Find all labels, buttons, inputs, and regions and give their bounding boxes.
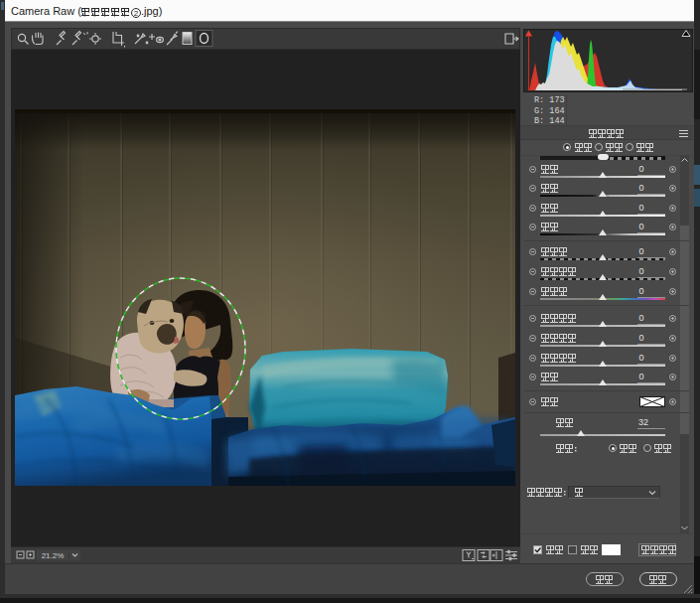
svg-text:21.2%: 21.2% (42, 551, 65, 560)
